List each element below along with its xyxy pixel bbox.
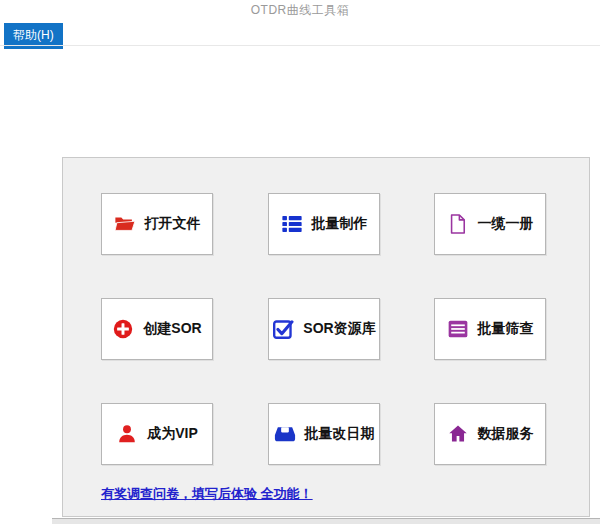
sor-library-button[interactable]: SOR资源库 [268, 298, 380, 360]
button-label: 打开文件 [145, 215, 201, 233]
data-service-button[interactable]: 数据服务 [434, 403, 546, 465]
document-icon [447, 213, 469, 235]
one-cable-one-book-button[interactable]: 一缆一册 [434, 193, 546, 255]
folder-open-icon [114, 213, 136, 235]
button-label: 创建SOR [143, 320, 201, 338]
button-label: 批量改日期 [305, 425, 375, 443]
menubar-divider [0, 45, 600, 46]
survey-link[interactable]: 有奖调查问卷，填写后体验 全功能！ [101, 485, 313, 503]
list-icon [281, 213, 303, 235]
batch-screen-button[interactable]: 批量筛查 [434, 298, 546, 360]
list-box-icon [447, 318, 469, 340]
button-label: SOR资源库 [303, 320, 375, 338]
create-sor-button[interactable]: 创建SOR [101, 298, 213, 360]
person-icon [116, 423, 138, 445]
window-title: OTDR曲线工具箱 [0, 2, 600, 18]
plus-circle-icon [112, 318, 134, 340]
button-label: 数据服务 [478, 425, 534, 443]
inbox-icon [274, 423, 296, 445]
panel-bottom-shadow [52, 518, 600, 524]
open-file-button[interactable]: 打开文件 [101, 193, 213, 255]
button-label: 批量制作 [312, 215, 368, 233]
batch-change-date-button[interactable]: 批量改日期 [268, 403, 380, 465]
batch-create-button[interactable]: 批量制作 [268, 193, 380, 255]
main-panel: 打开文件 批量制作 一缆一册 创建SOR [62, 157, 590, 517]
button-label: 批量筛查 [478, 320, 534, 338]
button-label: 一缆一册 [478, 215, 534, 233]
checkbox-icon [272, 318, 294, 340]
become-vip-button[interactable]: 成为VIP [101, 403, 213, 465]
home-icon [447, 423, 469, 445]
button-label: 成为VIP [147, 425, 198, 443]
